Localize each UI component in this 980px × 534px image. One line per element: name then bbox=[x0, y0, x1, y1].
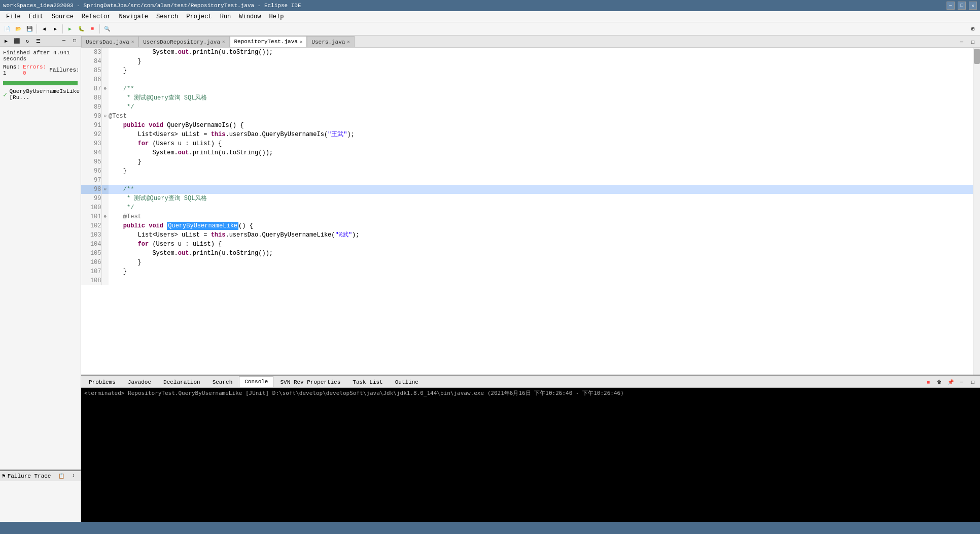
editor-maximize[interactable]: □ bbox=[968, 37, 978, 47]
tab-users[interactable]: Users.java ✕ bbox=[307, 36, 354, 47]
line-arrow bbox=[101, 276, 109, 285]
menu-refactor[interactable]: Refactor bbox=[78, 12, 115, 21]
left-panel-content: Finished after 4.941 seconds Runs: 1 Err… bbox=[0, 47, 81, 522]
tab-repotest-close[interactable]: ✕ bbox=[300, 39, 302, 45]
line-number: 89 bbox=[81, 103, 101, 112]
menu-edit[interactable]: Edit bbox=[25, 12, 48, 21]
tab-outline[interactable]: Outline bbox=[390, 376, 424, 387]
tab-usersdaorepo[interactable]: UsersDaoRepository.java ✕ bbox=[138, 36, 229, 47]
toolbar-back[interactable]: ◀ bbox=[39, 24, 49, 34]
line-arrow bbox=[101, 130, 109, 139]
left-minimize[interactable]: ─ bbox=[59, 36, 69, 46]
menu-window[interactable]: Window bbox=[235, 12, 265, 21]
code-content: } bbox=[109, 66, 973, 75]
tab-console-label: Console bbox=[244, 379, 268, 385]
editor-with-scrollbar: 83 System.out.println(u.toString()); 84 … bbox=[81, 48, 980, 375]
line-number: 84 bbox=[81, 57, 101, 66]
failure-trace-label: Failure Trace bbox=[8, 473, 51, 479]
tab-svn[interactable]: SVN Rev Properties bbox=[274, 376, 346, 387]
menu-run[interactable]: Run bbox=[216, 12, 235, 21]
code-editor[interactable]: 83 System.out.println(u.toString()); 84 … bbox=[81, 48, 973, 375]
line-number: 93 bbox=[81, 139, 101, 148]
toolbar-sep-3 bbox=[99, 24, 100, 34]
table-row: 89 */ bbox=[81, 103, 973, 112]
line-arrow bbox=[101, 57, 109, 66]
toolbar-save[interactable]: 💾 bbox=[24, 24, 34, 34]
test-result-item[interactable]: ✓ QueryByUsernameIsLike [Ru... bbox=[0, 87, 81, 102]
menu-navigate[interactable]: Navigate bbox=[115, 12, 152, 21]
toolbar-open[interactable]: 📂 bbox=[13, 24, 23, 34]
close-button[interactable]: ✕ bbox=[969, 2, 977, 10]
tab-search[interactable]: Search bbox=[207, 376, 238, 387]
title-text: workSpaces_idea202003 - SpringDataJpa/sr… bbox=[3, 3, 301, 9]
left-toolbar-btn2[interactable]: ⬛ bbox=[12, 36, 22, 46]
tab-usersdao[interactable]: UsersDao.java ✕ bbox=[81, 36, 138, 47]
table-row: 97 bbox=[81, 176, 973, 185]
menu-source[interactable]: Source bbox=[48, 12, 78, 21]
tab-problems[interactable]: Problems bbox=[83, 376, 121, 387]
tab-usersdao-close[interactable]: ✕ bbox=[131, 39, 134, 45]
failure-trace-expand[interactable]: ↕ bbox=[68, 471, 79, 481]
line-number: 87 bbox=[81, 84, 101, 93]
line-number: 88 bbox=[81, 93, 101, 103]
toolbar-forward[interactable]: ▶ bbox=[50, 24, 60, 34]
table-row: 108 bbox=[81, 276, 973, 285]
table-row: 91 public void QueryByUsernameIs() { bbox=[81, 121, 973, 130]
code-content bbox=[109, 176, 973, 185]
line-number: 106 bbox=[81, 258, 101, 267]
menu-project[interactable]: Project bbox=[182, 12, 216, 21]
code-content: for (Users u : uList) { bbox=[109, 139, 973, 148]
line-number: 103 bbox=[81, 230, 101, 240]
line-number: 108 bbox=[81, 276, 101, 285]
table-row: 87 ⊖ /** bbox=[81, 84, 973, 93]
tab-javadoc[interactable]: Javadoc bbox=[122, 376, 157, 387]
line-arrow bbox=[101, 148, 109, 157]
code-content: List<Users> uList = this.usersDao.QueryB… bbox=[109, 130, 973, 139]
toolbar-perspective[interactable]: ⊞ bbox=[968, 24, 978, 34]
failure-trace-icon: ⚑ bbox=[2, 473, 6, 479]
line-number: 92 bbox=[81, 130, 101, 139]
line-arrow bbox=[101, 203, 109, 212]
console-pin[interactable]: 📌 bbox=[946, 377, 956, 387]
left-toolbar-btn1[interactable]: ▶ bbox=[1, 36, 11, 46]
table-row: 94 System.out.println(u.toString()); bbox=[81, 148, 973, 157]
maximize-button[interactable]: □ bbox=[958, 2, 966, 10]
toolbar: 📄 📂 💾 ◀ ▶ ▶ 🐛 ■ 🔍 ⊞ bbox=[0, 22, 980, 36]
editor-minimize[interactable]: ─ bbox=[957, 37, 967, 47]
tab-users-close[interactable]: ✕ bbox=[347, 39, 349, 45]
console-stop[interactable]: ■ bbox=[923, 377, 933, 387]
bottom-tabs-row: Problems Javadoc Declaration Search Cons… bbox=[81, 376, 980, 388]
console-line-1: log4j:WARN No appenders could be found f… bbox=[84, 398, 977, 407]
toolbar-new[interactable]: 📄 bbox=[2, 24, 12, 34]
toolbar-search[interactable]: 🔍 bbox=[102, 24, 112, 34]
console-maximize[interactable]: □ bbox=[968, 377, 978, 387]
console-clear[interactable]: 🗑 bbox=[934, 377, 944, 387]
toolbar-debug[interactable]: 🐛 bbox=[76, 24, 86, 34]
vertical-scrollbar[interactable] bbox=[973, 48, 980, 375]
tab-tasklist[interactable]: Task List bbox=[347, 376, 388, 387]
code-content: } bbox=[109, 157, 973, 166]
tab-declaration[interactable]: Declaration bbox=[158, 376, 206, 387]
left-toolbar-btn4[interactable]: ☰ bbox=[33, 36, 43, 46]
console-minimize[interactable]: ─ bbox=[957, 377, 967, 387]
tab-repotest[interactable]: RepositoryTest.java ✕ bbox=[230, 36, 307, 47]
menu-file[interactable]: File bbox=[2, 12, 25, 21]
line-arrow bbox=[101, 103, 109, 112]
tab-tasklist-label: Task List bbox=[353, 379, 382, 385]
tab-console[interactable]: Console bbox=[239, 376, 273, 387]
menu-search[interactable]: Search bbox=[152, 12, 182, 21]
failure-trace-copy[interactable]: 📋 bbox=[56, 471, 66, 481]
left-toolbar-btn3[interactable]: ↻ bbox=[22, 36, 32, 46]
minimize-button[interactable]: ─ bbox=[947, 2, 955, 10]
toolbar-run[interactable]: ▶ bbox=[65, 24, 75, 34]
tab-usersdaorepo-close[interactable]: ✕ bbox=[222, 39, 225, 45]
menu-help[interactable]: Help bbox=[265, 12, 288, 21]
code-content: @Test bbox=[109, 112, 973, 121]
left-maximize[interactable]: □ bbox=[69, 36, 80, 46]
line-number: 90 bbox=[81, 112, 101, 121]
line-number: 95 bbox=[81, 157, 101, 166]
table-row: 85 } bbox=[81, 66, 973, 75]
left-panel: ▶ ⬛ ↻ ☰ ─ □ Finished after 4.941 seconds… bbox=[0, 36, 81, 522]
progress-bar bbox=[3, 81, 78, 85]
toolbar-stop[interactable]: ■ bbox=[87, 24, 97, 34]
